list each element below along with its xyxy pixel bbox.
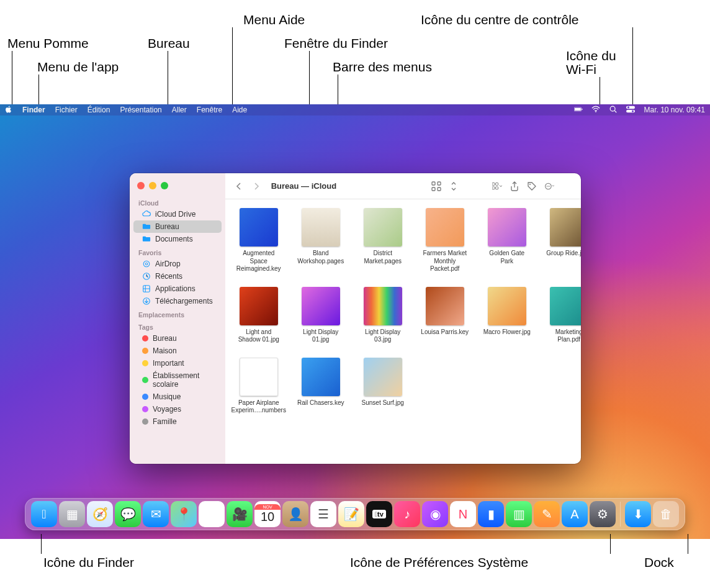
close-button[interactable]: [137, 182, 145, 189]
apple-menu[interactable]: [5, 106, 12, 115]
tag-dot-icon: [142, 418, 148, 425]
dock-tv[interactable]: tv: [366, 501, 392, 527]
menu-window[interactable]: Fenêtre: [197, 106, 222, 114]
sidebar-item-label: Important: [153, 359, 184, 368]
dock-podcasts[interactable]: ◉: [422, 501, 448, 527]
file-item[interactable]: Golden Gate Park: [482, 208, 532, 273]
sidebar-item[interactable]: AirDrop: [133, 258, 222, 270]
share-button[interactable]: [510, 181, 519, 191]
file-item[interactable]: Rail Chasers.key: [296, 358, 346, 415]
file-item[interactable]: Light Display 03.jpg: [358, 287, 408, 344]
menu-app-name[interactable]: Finder: [22, 106, 45, 114]
sidebar-item[interactable]: Famille: [133, 415, 222, 428]
file-item[interactable]: Louisa Parris.key: [420, 287, 470, 344]
callout-dock: Dock: [644, 555, 674, 570]
svg-rect-17: [432, 188, 435, 191]
file-grid[interactable]: Augmented Space Reimagined.keyBland Work…: [225, 199, 581, 464]
file-item[interactable]: Macro Flower.jpg: [482, 287, 532, 344]
tag-dot-icon: [142, 335, 148, 341]
dock-sysprefs[interactable]: ⚙︎: [590, 501, 616, 527]
sidebar-item[interactable]: Applications: [133, 283, 222, 295]
dock-news[interactable]: N: [450, 501, 476, 527]
dock-music[interactable]: ♪: [394, 501, 420, 527]
file-item[interactable]: Farmers Market Monthly Packet.pdf: [420, 208, 470, 273]
sidebar-item[interactable]: Établissement scolaire: [133, 369, 222, 391]
tag-dot-icon: [142, 348, 148, 354]
dock-photos[interactable]: ✿: [199, 501, 225, 527]
dock-safari[interactable]: 🧭: [87, 501, 113, 527]
dock-launchpad[interactable]: ▦: [59, 501, 85, 527]
sidebar-item-label: AirDrop: [155, 260, 181, 268]
sidebar-item[interactable]: iCloud Drive: [133, 208, 222, 220]
zoom-button[interactable]: [161, 182, 168, 189]
spotlight-icon[interactable]: [609, 105, 618, 115]
control-center-icon[interactable]: [626, 105, 635, 115]
dock-reminders[interactable]: ☰: [310, 501, 336, 527]
tag-button[interactable]: [527, 181, 537, 191]
dock-keynote[interactable]: ▮: [478, 501, 504, 527]
back-button[interactable]: [234, 181, 244, 191]
battery-icon[interactable]: [574, 105, 583, 115]
view-updown-icon[interactable]: [449, 181, 459, 191]
sidebar-item-label: Musique: [153, 392, 181, 401]
group-button[interactable]: [492, 181, 502, 191]
dock-calendar[interactable]: NOV10: [254, 501, 281, 527]
sidebar-item[interactable]: Récents: [133, 270, 222, 283]
sidebar-item[interactable]: Bureau: [133, 220, 222, 233]
dock-notes[interactable]: 📝: [338, 501, 364, 527]
dock-mail[interactable]: ✉︎: [143, 501, 169, 527]
dock-numbers[interactable]: ▥: [506, 501, 532, 527]
finder-sidebar: iCloudiCloud DriveBureauDocumentsFavoris…: [130, 173, 225, 464]
svg-point-3: [596, 111, 597, 112]
sidebar-item[interactable]: Documents: [133, 233, 222, 245]
dock-pages[interactable]: ✎: [534, 501, 560, 527]
forward-button[interactable]: [251, 181, 261, 191]
file-label: Bland Workshop.pages: [296, 250, 346, 265]
file-item[interactable]: Marketing Plan.pdf: [544, 287, 581, 344]
sidebar-item-label: Récents: [155, 272, 182, 281]
dock-finder[interactable]: 􀎞: [31, 501, 57, 527]
dock-trash[interactable]: 🗑: [653, 501, 679, 527]
wifi-icon[interactable]: [591, 105, 600, 115]
dock-contacts[interactable]: 👤: [282, 501, 308, 527]
menu-edit[interactable]: Édition: [88, 106, 110, 114]
file-item[interactable]: Augmented Space Reimagined.key: [234, 208, 284, 273]
file-item[interactable]: Sunset Surf.jpg: [358, 358, 408, 415]
view-icon-button[interactable]: [431, 181, 441, 191]
apps-icon: [142, 284, 151, 293]
file-item[interactable]: Paper Airplane Experim….numbers: [234, 358, 284, 415]
sidebar-item[interactable]: Bureau: [133, 332, 222, 345]
dock-appstore[interactable]: A: [562, 501, 588, 527]
sidebar-item[interactable]: Téléchargements: [133, 295, 222, 307]
dock: 􀎞▦🧭💬✉︎📍✿🎥NOV10👤☰📝tv♪◉N▮▥✎A⚙︎⬇︎🗑: [25, 498, 685, 530]
dock-messages[interactable]: 💬: [115, 501, 141, 527]
sidebar-item[interactable]: Musique: [133, 391, 222, 403]
file-thumbnail: [240, 208, 278, 247]
sidebar-item-label: iCloud Drive: [155, 210, 195, 219]
more-button[interactable]: [544, 181, 554, 191]
file-item[interactable]: Light and Shadow 01.jpg: [234, 287, 284, 344]
window-controls: [130, 179, 225, 196]
menu-file[interactable]: Fichier: [55, 106, 78, 114]
menu-go[interactable]: Aller: [172, 106, 187, 114]
file-item[interactable]: Bland Workshop.pages: [296, 208, 346, 273]
airdrop-icon: [142, 260, 151, 268]
file-item[interactable]: Light Display 01.jpg: [296, 287, 346, 344]
file-label: Augmented Space Reimagined.key: [234, 250, 284, 273]
file-item[interactable]: District Market.pages: [358, 208, 408, 273]
sidebar-item[interactable]: Maison: [133, 345, 222, 357]
menu-view[interactable]: Présentation: [120, 106, 161, 114]
file-item[interactable]: Group Ride.jpeg: [544, 208, 581, 273]
menubar-clock[interactable]: Mar. 10 nov. 09:41: [644, 106, 705, 114]
minimize-button[interactable]: [149, 182, 156, 189]
desktop[interactable]: Finder Fichier Édition Présentation Alle…: [0, 104, 710, 539]
menu-help[interactable]: Aide: [232, 106, 247, 114]
sidebar-item[interactable]: Important: [133, 357, 222, 369]
file-label: Farmers Market Monthly Packet.pdf: [420, 250, 470, 273]
sidebar-item-label: Téléchargements: [155, 297, 213, 305]
dock-facetime[interactable]: 🎥: [227, 501, 253, 527]
dock-maps[interactable]: 📍: [171, 501, 197, 527]
file-label: Light and Shadow 01.jpg: [234, 328, 284, 344]
sidebar-item[interactable]: Voyages: [133, 403, 222, 415]
dock-downloads[interactable]: ⬇︎: [625, 501, 651, 527]
